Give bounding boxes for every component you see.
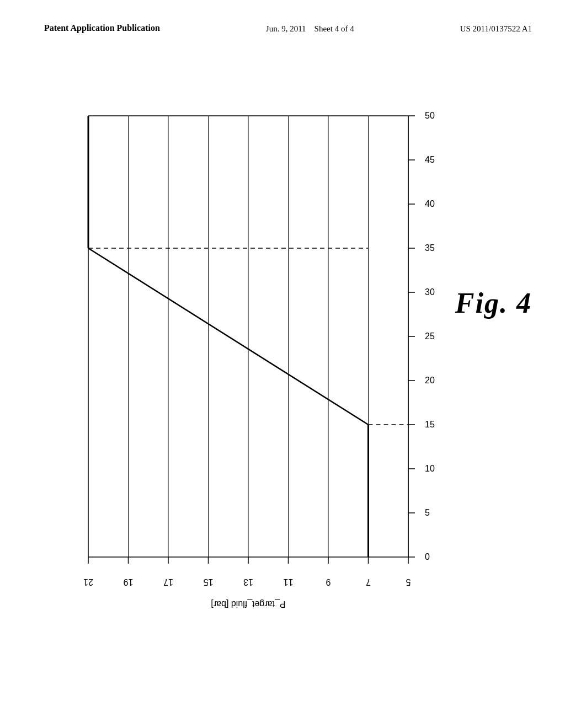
- svg-text:35: 35: [425, 243, 435, 253]
- chart-area: 21 19 17 15 13 11 9 7 5 P_target_fluid […: [44, 99, 475, 623]
- svg-text:5: 5: [425, 508, 430, 517]
- svg-text:9: 9: [326, 577, 331, 587]
- svg-text:0: 0: [425, 552, 430, 561]
- svg-text:5: 5: [406, 577, 411, 587]
- svg-text:45: 45: [425, 155, 435, 164]
- svg-text:40: 40: [425, 199, 435, 208]
- svg-text:30: 30: [425, 287, 435, 297]
- svg-text:19: 19: [124, 577, 134, 587]
- svg-text:7: 7: [366, 577, 371, 587]
- svg-text:15: 15: [425, 420, 435, 429]
- publication-title: Patent Application Publication: [44, 22, 160, 34]
- svg-text:15: 15: [204, 577, 214, 587]
- svg-text:21: 21: [83, 577, 93, 587]
- figure-label: Fig. 4: [455, 287, 532, 319]
- svg-text:10: 10: [425, 464, 435, 473]
- svg-text:20: 20: [425, 376, 435, 385]
- svg-text:50: 50: [425, 111, 435, 120]
- svg-text:P_target_fluid [bar]: P_target_fluid [bar]: [211, 599, 285, 609]
- svg-line-56: [88, 248, 369, 425]
- publication-number: US 2011/0137522 A1: [460, 22, 532, 35]
- svg-text:11: 11: [284, 577, 294, 587]
- svg-text:25: 25: [425, 331, 435, 341]
- svg-text:17: 17: [163, 577, 173, 587]
- svg-text:13: 13: [243, 577, 253, 587]
- publication-date-sheet: Jun. 9, 2011 Sheet 4 of 4: [266, 22, 354, 35]
